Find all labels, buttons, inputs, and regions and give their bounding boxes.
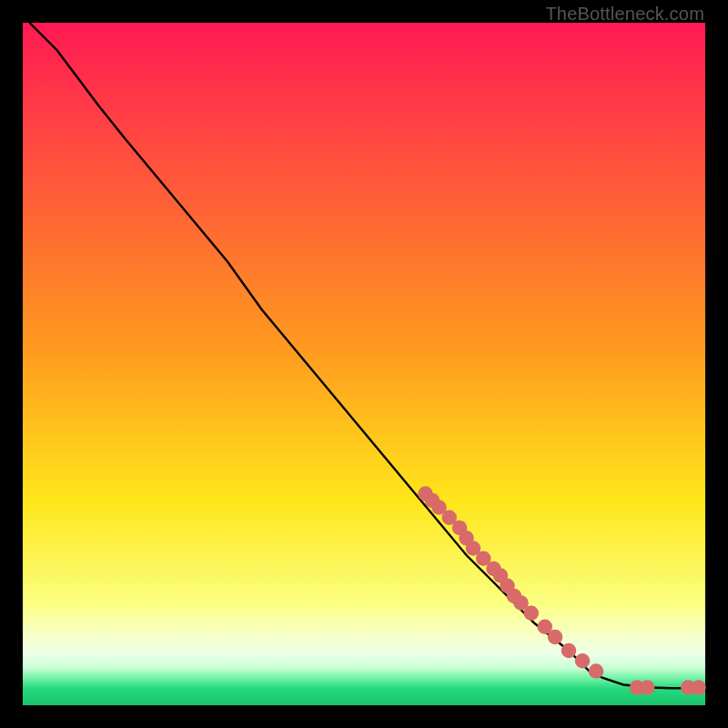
marker-point bbox=[589, 663, 604, 679]
chart-container: TheBottleneck.com bbox=[0, 0, 728, 728]
marker-point bbox=[640, 680, 655, 695]
marker-point bbox=[691, 680, 706, 695]
plot-area bbox=[23, 23, 705, 705]
curve-markers bbox=[418, 486, 706, 695]
marker-point bbox=[575, 653, 591, 669]
marker-point bbox=[524, 606, 540, 622]
watermark-text: TheBottleneck.com bbox=[545, 4, 704, 25]
marker-point bbox=[561, 643, 577, 659]
bottleneck-curve bbox=[30, 23, 699, 688]
curve-layer bbox=[23, 23, 705, 705]
marker-point bbox=[548, 630, 563, 645]
